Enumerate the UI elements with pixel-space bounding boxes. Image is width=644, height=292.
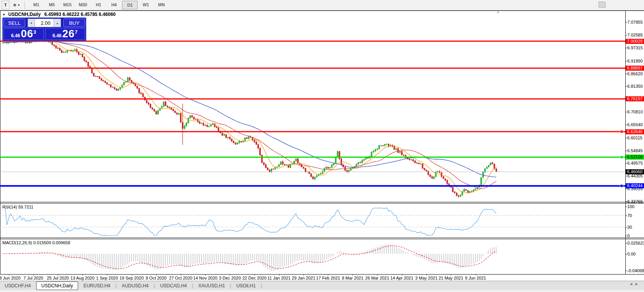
rsi-tick xyxy=(625,227,627,228)
candle-down xyxy=(265,165,266,168)
tab-separator: | xyxy=(261,283,262,289)
volume-increase-button[interactable]: ▲ xyxy=(54,19,61,27)
candle-up xyxy=(365,158,367,160)
date-label: 18 Jun 2020 xyxy=(0,276,21,280)
price-tick xyxy=(625,176,627,176)
volume-input[interactable]: 2.00 xyxy=(35,19,54,27)
price-badge: 7.00029 xyxy=(626,39,644,44)
date-label: 8 Mar 2021 xyxy=(342,276,364,280)
candle-down xyxy=(105,81,106,83)
candle-down xyxy=(382,145,384,146)
objects-tool-button[interactable]: ❖ ▾ xyxy=(10,1,22,9)
tab-audusd-h4[interactable]: AUDUSD,H4 xyxy=(117,282,153,290)
candle-up xyxy=(186,123,187,126)
pane-separator[interactable] xyxy=(0,238,644,238)
price-tick-label: 6.65540 xyxy=(627,122,643,127)
pane-separator[interactable] xyxy=(0,202,644,202)
buy-price-big: 26 xyxy=(62,29,75,39)
candle-down xyxy=(91,68,92,73)
tab-usoil-h1[interactable]: USOil,H1 xyxy=(232,282,260,290)
tab-eurusd-h4[interactable]: EURUSD,H4 xyxy=(79,282,115,290)
candle-down xyxy=(413,160,414,161)
candle-down xyxy=(468,190,469,193)
rsi-tick-label: 70 xyxy=(627,213,632,218)
candle-down xyxy=(195,119,196,120)
price-tick-label: 6.44305 xyxy=(627,174,643,178)
price-tick-label: 6.70810 xyxy=(627,110,643,114)
candle-up xyxy=(276,167,277,167)
sell-price-display[interactable]: 6.46 06 3 xyxy=(3,28,44,40)
tab-scroll-arrows[interactable]: ◀▶ xyxy=(630,282,641,286)
tab-scroll-left-icon[interactable]: ◀ xyxy=(630,282,635,286)
candle-down xyxy=(59,48,60,50)
timeframe-button-d1[interactable]: D1 xyxy=(122,1,138,9)
candle-down xyxy=(56,46,57,48)
candle-up xyxy=(244,138,246,141)
candle-down xyxy=(57,48,58,49)
candle-up xyxy=(490,163,491,165)
candle-down xyxy=(78,52,79,54)
main-price-chart[interactable] xyxy=(0,10,625,202)
candle-down xyxy=(218,128,219,131)
collapse-arrow-icon[interactable]: ▲ xyxy=(2,12,5,16)
candle-up xyxy=(386,144,387,144)
candle-up xyxy=(361,160,363,163)
tab-scroll-right-icon[interactable]: ▶ xyxy=(635,282,641,286)
timeframe-button-m15[interactable]: M15 xyxy=(60,1,75,9)
candle-down xyxy=(180,113,182,122)
price-tick xyxy=(625,202,627,202)
candle-up xyxy=(237,143,238,144)
timeframe-button-mn[interactable]: MN xyxy=(154,1,169,9)
candle-down xyxy=(106,83,108,85)
date-axis[interactable]: 18 Jun 20207 Jul 202025 Jul 202013 Aug 2… xyxy=(0,275,625,281)
candle-down xyxy=(165,102,166,106)
timeframe-button-w1[interactable]: W1 xyxy=(138,1,153,9)
candle-down xyxy=(426,170,427,171)
macd-tick xyxy=(625,271,627,271)
timeframe-button-m1[interactable]: M1 xyxy=(29,1,44,9)
candle-up xyxy=(433,177,435,179)
candle-up xyxy=(488,165,489,167)
candle-down xyxy=(131,80,132,83)
moving-average-fast xyxy=(3,40,496,193)
timeframe-button-h1[interactable]: H1 xyxy=(91,1,106,9)
candle-up xyxy=(157,111,159,114)
candle-down xyxy=(203,123,204,125)
text-tool-button[interactable]: T xyxy=(2,1,9,9)
chart-shift-marker-icon[interactable]: ▼ xyxy=(496,10,500,14)
buy-price-display[interactable]: 6.46 26 7 xyxy=(45,28,86,40)
timeframe-button-m30[interactable]: M30 xyxy=(75,1,90,9)
price-badge: 6.62646 xyxy=(626,129,644,134)
tab-usdcad-h4[interactable]: USDCAD,H4 xyxy=(155,282,192,290)
candle-down xyxy=(116,89,117,90)
objects-icon: ❖ xyxy=(13,3,17,8)
chart-tab-bar: USDCHF,H4USDCNH,DailyEURUSD,H4|AUDUSD,H4… xyxy=(0,281,644,290)
tab-usdchf-h4[interactable]: USDCHF,H4 xyxy=(0,282,35,290)
macd-label: MACD(12,26,9) 0.015509 0.009658 xyxy=(2,240,70,245)
candle-down xyxy=(182,122,183,129)
macd-indicator-pane[interactable] xyxy=(0,239,625,274)
rsi-indicator-pane[interactable] xyxy=(0,203,625,238)
volume-decrease-button[interactable]: ▼ xyxy=(28,19,35,27)
tab-xauusd-h1[interactable]: XAUUSD,H1 xyxy=(194,282,230,290)
price-tick xyxy=(625,35,627,35)
candle-down xyxy=(52,42,53,45)
candle-down xyxy=(260,148,261,155)
candle-up xyxy=(67,50,68,52)
buy-button[interactable]: BUY xyxy=(63,19,85,27)
candle-down xyxy=(305,168,306,172)
date-label: 1 Sep 2020 xyxy=(96,276,118,280)
candle-up xyxy=(314,177,316,179)
candle-down xyxy=(205,125,206,126)
candle-down xyxy=(267,168,268,170)
sell-price-sup: 3 xyxy=(33,30,36,35)
candle-down xyxy=(93,73,94,76)
rsi-label: RSI(14) 59.7211 xyxy=(2,205,33,209)
candle-up xyxy=(295,159,297,161)
timeframe-button-h4[interactable]: H4 xyxy=(106,1,121,9)
timeframe-button-m5[interactable]: M5 xyxy=(44,1,59,9)
sell-button[interactable]: SELL xyxy=(3,19,25,27)
price-tick xyxy=(625,189,627,189)
tab-usdcnh-daily[interactable]: USDCNH,Daily xyxy=(36,282,78,290)
sell-price-big: 06 xyxy=(21,29,33,39)
